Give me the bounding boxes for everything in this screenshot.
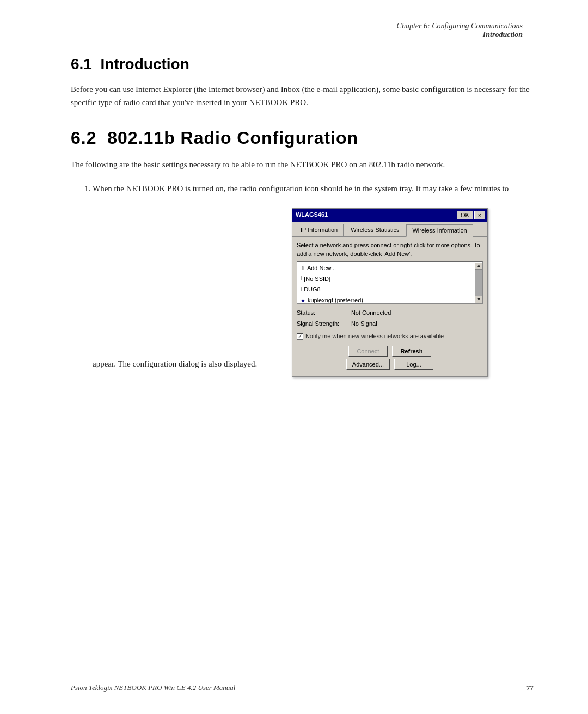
- list-item-add-new: ⇧ Add New...: [299, 263, 473, 274]
- add-new-icon: ⇧: [301, 264, 305, 273]
- notify-label: Notify me when new wireless networks are…: [305, 332, 444, 341]
- page-footer: Psion Teklogix NETBOOK PRO Win CE 4.2 Us…: [0, 684, 588, 692]
- signal-value: No Signal: [351, 319, 377, 329]
- signal-row: Signal Strength: No Signal: [297, 319, 483, 329]
- connect-button[interactable]: Connect: [348, 346, 388, 357]
- chapter-heading: Chapter 6: Configuring Communications: [71, 22, 523, 30]
- network-list: ⇧ Add New... i [No SSID] i DUG8: [297, 262, 475, 303]
- status-row: Status: Not Connected: [297, 308, 483, 318]
- numbered-list: When the NETBOOK PRO is turned on, the r…: [93, 182, 534, 377]
- section-6-2-body: The following are the basic settings nec…: [71, 158, 534, 171]
- advanced-button[interactable]: Advanced...: [346, 359, 390, 370]
- notify-checkbox-row: ✓ Notify me when new wireless networks a…: [297, 332, 483, 341]
- no-ssid-icon: i: [301, 274, 302, 283]
- section-6-2-title: 6.2 802.11b Radio Configuration: [71, 128, 534, 148]
- status-value: Not Connected: [351, 308, 391, 318]
- network-listbox[interactable]: ⇧ Add New... i [No SSID] i DUG8: [297, 261, 483, 304]
- dug8-icon: i: [301, 285, 302, 294]
- wlags461-dialog: WLAGS461 OK × IP Information Wireless St…: [292, 208, 488, 377]
- list-item-kuplexngt: ★ kuplexngt (preferred): [299, 295, 473, 303]
- list-item-no-ssid: i [No SSID]: [299, 274, 473, 285]
- button-row-2: Advanced... Log...: [297, 359, 483, 370]
- list-item-dug8: i DUG8: [299, 284, 473, 295]
- log-button[interactable]: Log...: [394, 359, 433, 370]
- section-6-1-body: Before you can use Internet Explorer (th…: [71, 83, 534, 109]
- dialog-title-buttons: OK ×: [457, 211, 485, 219]
- dug8-label: DUG8: [304, 285, 321, 295]
- scroll-down-button[interactable]: ▼: [475, 296, 482, 303]
- section-heading: Introduction: [71, 30, 523, 39]
- dialog-title: WLAGS461: [296, 210, 328, 220]
- tab-wireless-information[interactable]: Wireless Information: [406, 224, 473, 237]
- listbox-scrollbar[interactable]: ▲ ▼: [475, 262, 482, 303]
- tab-ip-information[interactable]: IP Information: [295, 224, 344, 237]
- no-ssid-label: [No SSID]: [304, 274, 330, 284]
- refresh-button[interactable]: Refresh: [392, 346, 431, 357]
- button-row-1: Connect Refresh: [297, 346, 483, 357]
- dialog-ok-button[interactable]: OK: [457, 211, 473, 219]
- list-item-1: When the NETBOOK PRO is turned on, the r…: [93, 182, 534, 377]
- dialog-description: Select a network and press connect or ri…: [297, 241, 483, 258]
- dialog-content: Select a network and press connect or ri…: [292, 237, 487, 376]
- dialog-titlebar: WLAGS461 OK ×: [292, 209, 487, 222]
- dialog-close-button[interactable]: ×: [474, 211, 485, 219]
- kuplexngt-icon: ★: [301, 296, 305, 303]
- scroll-track: [475, 270, 482, 296]
- tab-wireless-statistics[interactable]: Wireless Statistics: [345, 224, 405, 237]
- notify-checkbox[interactable]: ✓: [297, 333, 303, 340]
- scroll-up-button[interactable]: ▲: [475, 262, 482, 270]
- dialog-tabs: IP Information Wireless Statistics Wirel…: [292, 222, 487, 237]
- add-new-label: Add New...: [307, 264, 336, 273]
- dialog-screenshot: WLAGS461 OK × IP Information Wireless St…: [292, 208, 488, 377]
- footer-page-number: 77: [526, 684, 534, 692]
- page-header: Chapter 6: Configuring Communications In…: [71, 22, 534, 39]
- section-6-1-title: 6.1 Introduction: [71, 56, 534, 73]
- footer-text: Psion Teklogix NETBOOK PRO Win CE 4.2 Us…: [71, 684, 236, 692]
- kuplexngt-label: kuplexngt (preferred): [308, 296, 363, 303]
- status-area: Status: Not Connected Signal Strength: N…: [297, 308, 483, 328]
- status-label: Status:: [297, 308, 351, 318]
- signal-label: Signal Strength:: [297, 319, 351, 329]
